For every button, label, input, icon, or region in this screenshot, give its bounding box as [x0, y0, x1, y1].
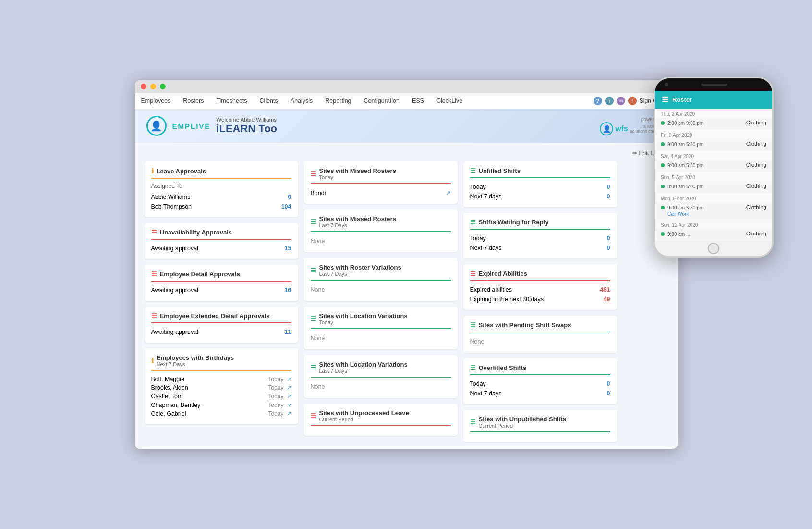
list-icon-unpublished: ☰ — [470, 418, 476, 426]
nav-link-employees[interactable]: Employees — [135, 93, 177, 109]
birthday-row-0: Bolt, Maggie Today ↗ — [151, 375, 291, 383]
birthday-row-1: Brooks, Aiden Today ↗ — [151, 383, 291, 392]
list-icon-loc-7: ☰ — [311, 364, 316, 371]
list-icon-waiting: ☰ — [470, 219, 476, 226]
nav-link-configuration[interactable]: Configuration — [358, 93, 406, 109]
unfilled-today-count: 0 — [607, 184, 610, 190]
roster-variations-title: Sites with Roster Variations — [319, 264, 401, 271]
info-icon[interactable]: i — [605, 97, 614, 105]
unpublished-shifts-card: ☰ Sites with Unpublished Shifts Current … — [463, 410, 617, 442]
birthday-link-3[interactable]: ↗ — [287, 402, 291, 408]
roster-variations-card: ☰ Sites with Roster Variations Last 7 Da… — [304, 258, 458, 301]
mail-icon[interactable]: ✉ — [617, 97, 625, 105]
nav-bar: Employees Rosters Timesheets Clients Ana… — [135, 93, 678, 109]
expired-abilities-card: ☰ Expired Abilities Expired abilities 48… — [463, 264, 617, 310]
maximize-window-btn[interactable] — [160, 84, 166, 89]
birthday-when-4: Today — [268, 410, 283, 417]
location-7-subtitle: Last 7 Days — [319, 368, 408, 374]
missed-rosters-today-subtitle: Today — [319, 174, 396, 180]
close-window-btn[interactable] — [141, 84, 146, 89]
birthdays-card: ℹ Employees with Birthdays Next 7 Days B… — [145, 348, 298, 424]
birthday-when-0: Today — [268, 376, 283, 382]
location-variations-today-card: ☰ Sites with Location Variations Today N… — [304, 307, 458, 349]
list-icon-unfilled: ☰ — [470, 167, 476, 174]
nav-link-analysis[interactable]: Analysis — [284, 93, 319, 109]
leave-row-abbie[interactable]: Abbie Williams 0 — [151, 192, 291, 202]
phone-date-sun: Sun, 5 Apr 2020 — [655, 172, 772, 181]
nav-link-clients[interactable]: Clients — [254, 93, 284, 109]
nav-link-timesheets[interactable]: Timesheets — [210, 93, 253, 109]
bob-thompson-label: Bob Thompson — [151, 203, 192, 210]
birthday-link-0[interactable]: ↗ — [287, 376, 291, 382]
location-today-none: None — [311, 333, 451, 344]
alert-icon[interactable]: ! — [628, 97, 637, 105]
expiring-count: 49 — [604, 296, 610, 303]
unprocessed-leave-card: ☰ Sites with Unprocessed Leave Current P… — [304, 404, 458, 436]
waiting-7days-row: Next 7 days 0 — [470, 243, 610, 253]
birthday-when-2: Today — [268, 393, 283, 400]
birthday-row-4: Cole, Gabriel Today ↗ — [151, 409, 291, 418]
birthday-link-4[interactable]: ↗ — [287, 410, 291, 417]
phone-shift-sat: 9:00 am 5:30 pm Clothing — [655, 160, 772, 172]
phone-shift-sun: 8:00 am 5:00 pm Clothing — [655, 181, 772, 193]
unavail-count: 15 — [285, 245, 291, 252]
missed-rosters-7days-card: ☰ Sites with Missed Rosters Last 7 Days … — [304, 209, 458, 252]
unpublished-shifts-title: Sites with Unpublished Shifts — [479, 416, 567, 423]
birthday-when-1: Today — [268, 384, 283, 391]
location-7-title: Sites with Location Variations — [319, 361, 408, 368]
unavailability-approvals-card: ☰ Unavailability Approvals Awaiting appr… — [145, 223, 298, 259]
nav-link-clocklive[interactable]: ClockLive — [430, 93, 469, 109]
unpublished-shifts-subtitle: Current Period — [479, 423, 567, 429]
info-icon-leave: ℹ — [151, 167, 154, 175]
overfilled-today-row: Today 0 — [470, 379, 610, 389]
nav-link-reporting[interactable]: Reporting — [319, 93, 357, 109]
missed-rosters-7-title: Sites with Missed Rosters — [319, 215, 396, 222]
app-title: iLEARN Too — [216, 123, 277, 135]
nav-link-rosters[interactable]: Rosters — [177, 93, 210, 109]
list-icon-missed-7: ☰ — [311, 218, 316, 225]
birthday-name-3: Chapman, Bentley — [151, 402, 201, 408]
overfilled-7days-row: Next 7 days 0 — [470, 389, 610, 398]
phone-date-sun2: Sun, 12 Apr 2020 — [655, 220, 772, 229]
emp-detail-count: 16 — [285, 287, 291, 294]
location-today-subtitle: Today — [319, 320, 408, 325]
employee-extended-detail-card: ☰ Employee Extended Detail Approvals Awa… — [145, 307, 298, 343]
waiting-7days-count: 0 — [607, 245, 610, 251]
list-icon-roster-var: ☰ — [311, 267, 316, 274]
phone-shift-fri: 9:00 am 5:30 pm Clothing — [655, 139, 772, 151]
birthday-row-2: Castle, Tom Today ↗ — [151, 392, 291, 401]
birthday-name-4: Cole, Gabriel — [151, 410, 186, 417]
phone-shift-mon: 9:00 am 5:30 pm Can Work Clothing — [655, 202, 772, 220]
overfilled-shifts-title: Overfilled Shifts — [479, 364, 527, 371]
list-icon-empdetail: ☰ — [151, 271, 157, 278]
phone-home-button[interactable] — [708, 243, 719, 254]
birthday-name-2: Castle, Tom — [151, 393, 183, 400]
minimize-window-btn[interactable] — [150, 84, 156, 89]
phone-date-fri: Fri, 3 Apr 2020 — [655, 130, 772, 139]
missed-today-bondi[interactable]: Bondi ↗ — [311, 188, 451, 198]
leave-approvals-title: Leave Approvals — [157, 168, 206, 175]
assigned-to-label: Assigned To — [151, 183, 291, 189]
phone-time-thu: 2:00 pm 9:00 pm — [667, 120, 703, 127]
list-icon-missed-today: ☰ — [311, 170, 316, 177]
list-icon-overfilled: ☰ — [470, 364, 476, 371]
roster-var-none: None — [311, 284, 451, 295]
nav-link-ess[interactable]: ESS — [406, 93, 430, 109]
unfilled-shifts-title: Unfilled Shifts — [479, 167, 521, 174]
birthday-link-1[interactable]: ↗ — [287, 384, 291, 391]
leave-row-bob[interactable]: Bob Thompson 104 — [151, 202, 291, 211]
bondi-link-icon[interactable]: ↗ — [446, 189, 451, 197]
emp-ext-count: 11 — [285, 329, 291, 335]
unfilled-7days-row: Next 7 days 0 — [470, 192, 610, 201]
help-icon[interactable]: ? — [594, 97, 602, 105]
unfilled-7days-count: 0 — [607, 193, 610, 200]
wfs-text: wfs — [615, 124, 628, 133]
unfilled-shifts-card: ☰ Unfilled Shifts Today 0 Next 7 days 0 — [463, 161, 617, 207]
unfilled-today-row: Today 0 — [470, 182, 610, 192]
dashboard: ✏ Edit Layout ℹ Leave Approvals Assigned… — [135, 143, 678, 449]
birthdays-subtitle: Next 7 Days — [157, 361, 234, 367]
waiting-7days-label: Next 7 days — [470, 245, 502, 251]
waiting-today-row: Today 0 — [470, 234, 610, 243]
birthday-link-2[interactable]: ↗ — [287, 393, 291, 400]
birthdays-title: Employees with Birthdays — [157, 354, 234, 361]
